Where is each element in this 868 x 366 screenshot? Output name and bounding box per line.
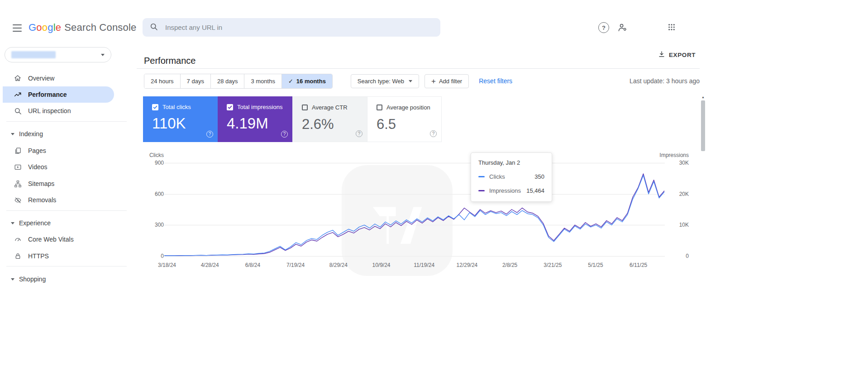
y-axis-tick-right: 0 xyxy=(668,253,689,259)
divider xyxy=(137,68,700,69)
sidebar-item-pages[interactable]: Pages xyxy=(3,143,114,159)
y-axis-tick-right: 20K xyxy=(668,191,689,197)
account-settings-icon[interactable] xyxy=(617,23,628,33)
chart-tooltip: Thursday, Jan 2 Clicks 350 Impressions 1… xyxy=(471,152,552,202)
divider xyxy=(6,210,127,211)
sidebar-item-performance[interactable]: Performance xyxy=(3,86,114,103)
metric-card-total-impressions[interactable]: Total impressions 4.19M ? xyxy=(218,96,292,142)
right-axis-title: Impressions xyxy=(653,152,689,158)
sidebar-section-experience[interactable]: Experience xyxy=(3,215,114,231)
last-update-text: Last update: 3 hours ago xyxy=(582,77,700,85)
metric-card-average-ctr[interactable]: Average CTR 2.6% ? xyxy=(292,96,367,142)
export-button[interactable]: EXPORT xyxy=(658,51,696,59)
help-icon[interactable]: ? xyxy=(281,131,288,138)
date-range-24-hours[interactable]: 24 hours xyxy=(144,74,180,88)
sidebar-item-sitemaps[interactable]: Sitemaps xyxy=(3,176,114,192)
y-axis-tick-left: 300 xyxy=(144,222,164,228)
series-line-clicks xyxy=(164,176,664,256)
url-inspect-input[interactable] xyxy=(164,23,418,32)
help-icon[interactable]: ? xyxy=(598,22,609,33)
search-type-label: Search type: Web xyxy=(358,74,404,88)
sidebar-item-core-web-vitals[interactable]: Core Web Vitals xyxy=(3,231,114,247)
date-range-28-days[interactable]: 28 days xyxy=(210,74,244,88)
sidebar-section-indexing[interactable]: Indexing xyxy=(3,126,114,142)
x-axis-label: 6/11/25 xyxy=(618,262,659,268)
chevron-down-icon xyxy=(11,133,14,135)
chevron-down-icon xyxy=(101,54,105,56)
divider xyxy=(6,266,127,266)
tooltip-row-clicks: Clicks 350 xyxy=(478,173,544,180)
x-axis-label: 12/29/24 xyxy=(447,262,487,268)
video-icon xyxy=(14,163,22,171)
date-range-3-months[interactable]: 3 months xyxy=(244,74,281,88)
y-axis-tick-right: 30K xyxy=(668,160,689,166)
metric-label: Total clicks xyxy=(162,104,191,110)
metric-card-average-position[interactable]: Average position 6.5 ? xyxy=(367,96,442,142)
help-icon[interactable]: ? xyxy=(356,130,362,137)
divider xyxy=(6,121,127,122)
apps-grid-icon[interactable] xyxy=(668,24,675,32)
menu-icon[interactable] xyxy=(13,24,22,32)
url-inspect-searchbar[interactable] xyxy=(143,18,440,37)
x-axis-label: 4/28/24 xyxy=(190,262,230,268)
sidebar-section-label: Experience xyxy=(19,219,51,227)
y-axis-tick-right: 10K xyxy=(668,222,689,228)
checkbox-checked-icon[interactable] xyxy=(227,104,233,110)
tooltip-row-impressions: Impressions 15,464 xyxy=(478,187,544,194)
x-axis-label: 3/18/24 xyxy=(147,262,187,268)
sidebar-item-videos[interactable]: Videos xyxy=(3,159,114,175)
sidebar-item-removals[interactable]: Removals xyxy=(3,192,114,208)
add-filter-label: Add filter xyxy=(439,74,462,88)
logo-letter: G xyxy=(29,22,36,33)
download-icon xyxy=(658,51,665,59)
x-axis-label: 10/9/24 xyxy=(361,262,402,268)
tooltip-value: 350 xyxy=(534,173,544,180)
date-range-7-days[interactable]: 7 days xyxy=(180,74,210,88)
checkbox-unchecked-icon[interactable] xyxy=(377,105,382,110)
checkbox-unchecked-icon[interactable] xyxy=(302,105,308,110)
property-name-redacted xyxy=(11,51,56,58)
performance-line-chart[interactable] xyxy=(164,162,665,257)
property-selector[interactable] xyxy=(5,47,111,62)
metric-cards: Total clicks 110K ? Total impressions 4.… xyxy=(143,96,442,142)
sitemap-icon xyxy=(14,180,22,188)
sidebar-item-overview[interactable]: Overview xyxy=(3,70,114,86)
metric-card-total-clicks[interactable]: Total clicks 110K ? xyxy=(143,96,218,142)
logo-letter: e xyxy=(56,22,61,33)
add-filter-button[interactable]: + Add filter xyxy=(424,74,469,88)
sidebar-item-https[interactable]: HTTPS xyxy=(3,248,114,264)
google-search-console-logo[interactable]: GoogleSearch Console xyxy=(29,22,137,33)
metric-value: 2.6% xyxy=(302,116,334,133)
sidebar-item-url-inspection[interactable]: URL inspection xyxy=(3,103,114,119)
scroll-up-icon[interactable]: ▲ xyxy=(701,95,705,100)
y-axis-tick-left: 600 xyxy=(144,191,164,197)
search-icon xyxy=(14,107,22,115)
scrollbar-thumb[interactable] xyxy=(701,100,705,151)
sidebar-item-label: Videos xyxy=(28,163,48,171)
x-axis-label: 11/19/24 xyxy=(404,262,444,268)
sidebar-section-shopping[interactable]: Shopping xyxy=(3,271,114,287)
help-icon[interactable]: ? xyxy=(206,131,213,138)
page-title: Performance xyxy=(144,56,196,66)
sidebar-item-label: Core Web Vitals xyxy=(28,236,74,243)
filter-bar: 24 hours 7 days 28 days 3 months ✓ 16 mo… xyxy=(144,74,512,88)
sidebar-item-label: Performance xyxy=(28,91,67,98)
plus-icon: + xyxy=(431,74,436,88)
sidebar-item-label: Overview xyxy=(28,75,54,82)
tooltip-label: Impressions xyxy=(489,187,521,194)
tooltip-date: Thursday, Jan 2 xyxy=(478,159,544,166)
x-axis-label: 7/19/24 xyxy=(275,262,316,268)
metric-value: 6.5 xyxy=(377,116,396,133)
check-icon: ✓ xyxy=(288,74,293,88)
sidebar-item-label: Pages xyxy=(28,147,46,154)
date-range-16-months[interactable]: ✓ 16 months xyxy=(281,74,332,88)
y-axis-tick-left: 900 xyxy=(144,160,164,166)
impressions-series-swatch xyxy=(478,190,485,191)
chevron-down-icon xyxy=(11,278,14,280)
metric-label: Total impressions xyxy=(237,104,282,110)
search-type-dropdown[interactable]: Search type: Web xyxy=(351,74,419,88)
help-icon[interactable]: ? xyxy=(430,130,437,137)
metric-value: 110K xyxy=(152,115,186,132)
checkbox-checked-icon[interactable] xyxy=(152,104,158,110)
reset-filters-link[interactable]: Reset filters xyxy=(479,77,512,85)
